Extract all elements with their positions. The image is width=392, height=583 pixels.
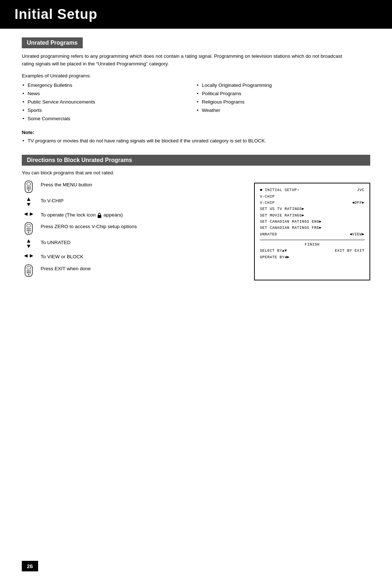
svg-rect-11 bbox=[27, 224, 30, 227]
svg-point-3 bbox=[30, 187, 31, 188]
list-left: Emergency Bulletins News Public Service … bbox=[22, 81, 196, 123]
screen-line-7: SET CANADIAN RATINGS FRE► bbox=[260, 225, 364, 231]
unrated-section: Unrated Programs Unrated programming ref… bbox=[22, 37, 370, 145]
main-content: Unrated Programs Unrated programming ref… bbox=[0, 37, 392, 280]
list-item: News bbox=[22, 90, 196, 98]
screen-bottom: FINISH SELECT BY▲▼ EXIT BY EXIT OPERATE … bbox=[260, 240, 364, 260]
directions-section: Directions to Block Unrated Programs You… bbox=[22, 155, 370, 280]
list-item: Sports bbox=[22, 106, 196, 115]
step-6-text: To VIEW or BLOCK bbox=[41, 252, 83, 260]
svg-point-13 bbox=[30, 228, 31, 230]
remote-icon-3 bbox=[22, 264, 36, 277]
svg-point-2 bbox=[27, 187, 28, 188]
screen-l1-right: JVC bbox=[357, 187, 364, 193]
svg-point-25 bbox=[28, 270, 29, 271]
step-4-text: Press ZERO to access V-Chip setup option… bbox=[41, 222, 137, 230]
svg-point-4 bbox=[27, 189, 28, 190]
screen-l3-left: V-CHIP bbox=[260, 200, 275, 206]
svg-point-24 bbox=[30, 272, 31, 273]
note-section: Note: TV programs or movies that do not … bbox=[22, 130, 370, 145]
screen-line-6: SET CANADIAN RATINGS ENG► bbox=[260, 219, 364, 225]
step-6: ◄► To VIEW or BLOCK bbox=[22, 252, 240, 260]
note-label: Note: bbox=[22, 130, 370, 135]
svg-point-15 bbox=[30, 230, 31, 231]
screen-line-5: SET MOVIE RATINGS► bbox=[260, 212, 364, 219]
svg-point-18 bbox=[28, 232, 29, 233]
list-item: Political Programs bbox=[196, 90, 370, 98]
svg-point-23 bbox=[27, 272, 28, 273]
lock-icon bbox=[97, 212, 102, 218]
examples-lists: Emergency Bulletins News Public Service … bbox=[22, 81, 370, 123]
screen-l3-right: ◄OFF► bbox=[352, 200, 364, 206]
note-text: TV programs or movies that do not have r… bbox=[22, 137, 341, 145]
svg-point-27 bbox=[28, 274, 29, 275]
remote-icon-1 bbox=[22, 181, 36, 193]
step-1-text: Press the MENU button bbox=[41, 181, 92, 189]
directions-content: Press the MENU button ▲ ▼ To V-CHIP bbox=[22, 181, 370, 280]
svg-point-17 bbox=[28, 230, 29, 231]
svg-rect-9 bbox=[98, 215, 101, 218]
screen-bottom-rows: SELECT BY▲▼ EXIT BY EXIT bbox=[260, 248, 364, 254]
svg-rect-1 bbox=[27, 183, 30, 185]
svg-point-12 bbox=[27, 228, 28, 230]
examples-label: Examples of Unrated programs: bbox=[22, 73, 370, 78]
svg-point-7 bbox=[28, 189, 29, 190]
svg-point-14 bbox=[27, 230, 28, 231]
page-header: Initial Setup bbox=[0, 0, 392, 29]
lr-arrow-icon-2: ◄► bbox=[22, 252, 36, 259]
svg-rect-20 bbox=[27, 267, 30, 269]
list-item: Emergency Bulletins bbox=[22, 81, 196, 90]
svg-point-6 bbox=[28, 187, 29, 188]
svg-point-22 bbox=[30, 270, 31, 271]
unrated-body-text: Unrated programming refers to any progra… bbox=[22, 53, 348, 68]
screen-line-2: V-CHIP bbox=[260, 194, 364, 200]
updown-arrow-icon-1: ▲ ▼ bbox=[22, 197, 36, 207]
list-item: Public Service Announcements bbox=[22, 98, 196, 106]
screen-operate-row: OPERATE BY◄► bbox=[260, 254, 364, 260]
left-list: Emergency Bulletins News Public Service … bbox=[22, 81, 196, 123]
step-3-text: To operate (The lock icon appears) bbox=[41, 211, 123, 219]
you-can-text: You can block programs that are not rate… bbox=[22, 170, 370, 175]
step-3: ◄► To operate (The lock icon appears) bbox=[22, 211, 240, 219]
page-title: Initial Setup bbox=[15, 7, 377, 22]
screen-line-1: ■ INITIAL SETUP› JVC bbox=[260, 187, 364, 193]
screen-l8-left: UNRATED bbox=[260, 231, 277, 238]
step-2: ▲ ▼ To V-CHIP bbox=[22, 197, 240, 207]
screen-line-3: V-CHIP ◄OFF► bbox=[260, 200, 364, 206]
unrated-section-title: Unrated Programs bbox=[22, 37, 83, 48]
list-item: Weather bbox=[196, 106, 370, 115]
screen-mockup: ■ INITIAL SETUP› JVC V-CHIP V-CHIP ◄OFF►… bbox=[254, 183, 370, 280]
svg-point-5 bbox=[30, 189, 31, 190]
lr-arrow-icon-1: ◄► bbox=[22, 211, 36, 217]
list-right: Locally Originated Programming Political… bbox=[196, 81, 370, 123]
page-number: 26 bbox=[22, 561, 38, 571]
svg-point-26 bbox=[28, 272, 29, 273]
remote-icon-2 bbox=[22, 222, 36, 235]
step-7: Press EXIT when done bbox=[22, 264, 240, 277]
screen-exit-row: EXIT BY EXIT bbox=[335, 248, 364, 254]
step-5-text: To UNRATED bbox=[41, 238, 70, 246]
step-2-text: To V-CHIP bbox=[41, 197, 64, 205]
screen-l8-right: ◄VIEW► bbox=[350, 231, 364, 238]
steps-column: Press the MENU button ▲ ▼ To V-CHIP bbox=[22, 181, 240, 280]
step-5: ▲ ▼ To UNRATED bbox=[22, 238, 240, 249]
step-1: Press the MENU button bbox=[22, 181, 240, 193]
screen-line-4: SET US TV RATINGS► bbox=[260, 206, 364, 212]
screen-l1-left: ■ INITIAL SETUP› bbox=[260, 187, 299, 193]
step-4: Press ZERO to access V-Chip setup option… bbox=[22, 222, 240, 235]
updown-arrow-icon-2: ▲ ▼ bbox=[22, 238, 36, 249]
list-item: Locally Originated Programming bbox=[196, 81, 370, 90]
list-item: Some Commercials bbox=[22, 115, 196, 123]
svg-point-16 bbox=[28, 228, 29, 230]
svg-point-8 bbox=[28, 190, 29, 191]
screen-finish-label: FINISH bbox=[260, 242, 364, 248]
svg-point-21 bbox=[27, 270, 28, 271]
list-item: Religious Programs bbox=[196, 98, 370, 106]
screen-select-row: SELECT BY▲▼ bbox=[260, 248, 287, 254]
step-7-text: Press EXIT when done bbox=[41, 264, 91, 272]
right-list: Locally Originated Programming Political… bbox=[196, 81, 370, 115]
screen-line-8: UNRATED ◄VIEW► bbox=[260, 231, 364, 238]
directions-section-title: Directions to Block Unrated Programs bbox=[22, 155, 370, 166]
